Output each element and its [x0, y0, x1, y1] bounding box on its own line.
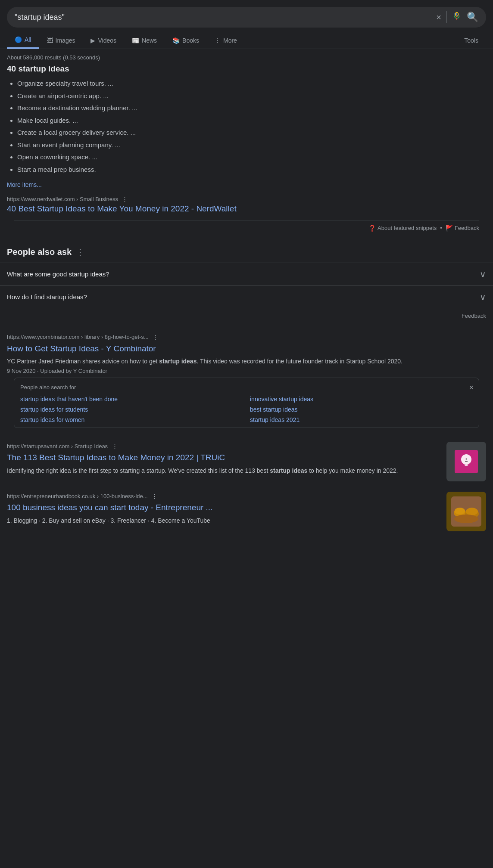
- news-icon: 📰: [132, 37, 139, 44]
- list-item: Make local guides. ...: [17, 116, 486, 126]
- search-query: "startup ideas": [15, 13, 431, 22]
- result-text: https://entrepreneurhandbook.co.uk › 100…: [7, 492, 441, 525]
- all-icon: 🔵: [15, 36, 22, 43]
- clear-icon[interactable]: ×: [436, 12, 441, 22]
- result-title-link[interactable]: The 113 Best Startup Ideas to Make Money…: [7, 453, 225, 462]
- pasf-title: People also search for: [20, 384, 473, 391]
- paa-question-2[interactable]: How do I find startup ideas? ∨: [0, 285, 493, 308]
- pasf-link[interactable]: best startup ideas: [250, 406, 473, 413]
- result-url: https://startupsavant.com › Startup Idea…: [7, 443, 108, 450]
- result-url: https://www.ycombinator.com › library › …: [7, 334, 149, 340]
- tab-books[interactable]: 📚 Books: [165, 33, 207, 48]
- result-options-button[interactable]: ⋮: [151, 333, 160, 341]
- paa-question-1[interactable]: What are some good startup ideas? ∨: [0, 263, 493, 285]
- result-text: https://startupsavant.com › Startup Idea…: [7, 442, 441, 475]
- chevron-down-icon: ∨: [480, 269, 486, 279]
- books-icon: 📚: [172, 37, 180, 44]
- results-info: About 586,000 results (0.53 seconds): [0, 49, 493, 64]
- result-thumbnail: [446, 442, 486, 481]
- nav-tabs: 🔵 All 🖼 Images ▶ Videos 📰 News 📚 Books ⋮…: [0, 28, 493, 49]
- result-title-link[interactable]: 100 business ideas you can start today -…: [7, 503, 212, 512]
- question-icon: ❓: [368, 225, 376, 232]
- paa-options-icon[interactable]: ⋮: [76, 247, 84, 257]
- list-item: Start an event planning company. ...: [17, 140, 486, 150]
- result-meta: https://www.ycombinator.com › library › …: [7, 333, 486, 341]
- search-submit-icon[interactable]: 🔍: [467, 12, 478, 23]
- result-item-ycombinator: https://www.ycombinator.com › library › …: [0, 328, 493, 437]
- search-bar[interactable]: "startup ideas" × 🔍: [7, 7, 486, 28]
- more-items-link[interactable]: More items...: [7, 181, 42, 188]
- svg-point-11: [454, 515, 478, 523]
- tab-images[interactable]: 🖼 Images: [39, 33, 83, 48]
- result-meta: https://entrepreneurhandbook.co.uk › 100…: [7, 492, 441, 500]
- paa-feedback[interactable]: Feedback: [0, 308, 493, 328]
- more-icon: ⋮: [215, 37, 221, 44]
- list-item: Start a meal prep business.: [17, 165, 486, 175]
- result-item-entrepreneur: https://entrepreneurhandbook.co.uk › 100…: [0, 487, 493, 536]
- list-item: Create an airport-centric app. ...: [17, 91, 486, 101]
- svg-point-8: [455, 508, 465, 515]
- svg-point-10: [466, 508, 478, 515]
- paa-title: People also ask: [7, 247, 72, 257]
- snippet-title: 40 startup ideas: [7, 64, 486, 74]
- list-item: Create a local grocery delivery service.…: [17, 128, 486, 138]
- result-options-button[interactable]: ⋮: [110, 442, 119, 450]
- people-also-search-box: People also search for × startup ideas t…: [14, 378, 479, 428]
- result-meta: https://startupsavant.com › Startup Idea…: [7, 442, 441, 450]
- bullet-separator: •: [440, 225, 442, 231]
- result-thumbnail: [446, 492, 486, 531]
- snippet-list: Organize specialty travel tours. ... Cre…: [7, 79, 486, 174]
- tab-all[interactable]: 🔵 All: [7, 32, 39, 49]
- tab-videos[interactable]: ▶ Videos: [83, 33, 124, 48]
- tab-more[interactable]: ⋮ More: [207, 33, 245, 48]
- result-with-image: https://startupsavant.com › Startup Idea…: [7, 442, 486, 481]
- pasf-link[interactable]: startup ideas 2021: [250, 416, 473, 423]
- result-options-button[interactable]: ⋮: [121, 195, 129, 203]
- vertical-divider: [446, 11, 447, 23]
- list-item: Open a coworking space. ...: [17, 152, 486, 162]
- pasf-grid: startup ideas that haven't been done inn…: [20, 396, 473, 423]
- mic-icon[interactable]: [452, 11, 462, 23]
- snippet-footer: ❓ About featured snippets • 🚩 Feedback: [14, 220, 479, 232]
- svg-point-5: [466, 459, 467, 460]
- result-title-link[interactable]: How to Get Startup Ideas - Y Combinator: [7, 344, 156, 353]
- result-description: YC Partner Jared Friedman shares advice …: [7, 357, 486, 366]
- result-date: 9 Nov 2020 · Uploaded by Y Combinator: [7, 368, 486, 374]
- list-item: Organize specialty travel tours. ...: [17, 79, 486, 89]
- tab-news[interactable]: 📰 News: [124, 33, 165, 48]
- pasf-link[interactable]: startup ideas for students: [20, 406, 243, 413]
- chevron-down-icon: ∨: [480, 292, 486, 302]
- pasf-close-button[interactable]: ×: [469, 383, 474, 392]
- pasf-link[interactable]: startup ideas for women: [20, 416, 243, 423]
- result-item-startupsavant: https://startupsavant.com › Startup Idea…: [0, 437, 493, 487]
- pasf-link[interactable]: innovative startup ideas: [250, 396, 473, 403]
- about-snippets[interactable]: ❓ About featured snippets: [368, 225, 437, 232]
- people-also-ask-header: People also ask ⋮: [0, 239, 493, 263]
- images-icon: 🖼: [47, 37, 53, 44]
- featured-snippet: 40 startup ideas Organize specialty trav…: [0, 64, 493, 239]
- result-with-image: https://entrepreneurhandbook.co.uk › 100…: [7, 492, 486, 531]
- source-line: https://www.nerdwallet.com › Small Busin…: [7, 195, 486, 203]
- feedback-button[interactable]: 🚩 Feedback: [446, 225, 479, 232]
- flag-icon: 🚩: [446, 225, 453, 232]
- tab-tools[interactable]: Tools: [456, 33, 486, 48]
- source-url: https://www.nerdwallet.com › Small Busin…: [7, 196, 118, 202]
- list-item: Become a destination wedding planner. ..…: [17, 103, 486, 113]
- videos-icon: ▶: [90, 37, 95, 44]
- search-bar-area: "startup ideas" × 🔍: [0, 0, 493, 28]
- result-url: https://entrepreneurhandbook.co.uk › 100…: [7, 493, 148, 499]
- result-options-button[interactable]: ⋮: [150, 492, 159, 500]
- result-description: 1. Blogging · 2. Buy and sell on eBay · …: [7, 516, 441, 525]
- result-description: Identifying the right idea is the first …: [7, 466, 441, 475]
- pasf-link[interactable]: startup ideas that haven't been done: [20, 396, 243, 403]
- snippet-result-link[interactable]: 40 Best Startup Ideas to Make You Money …: [7, 204, 237, 213]
